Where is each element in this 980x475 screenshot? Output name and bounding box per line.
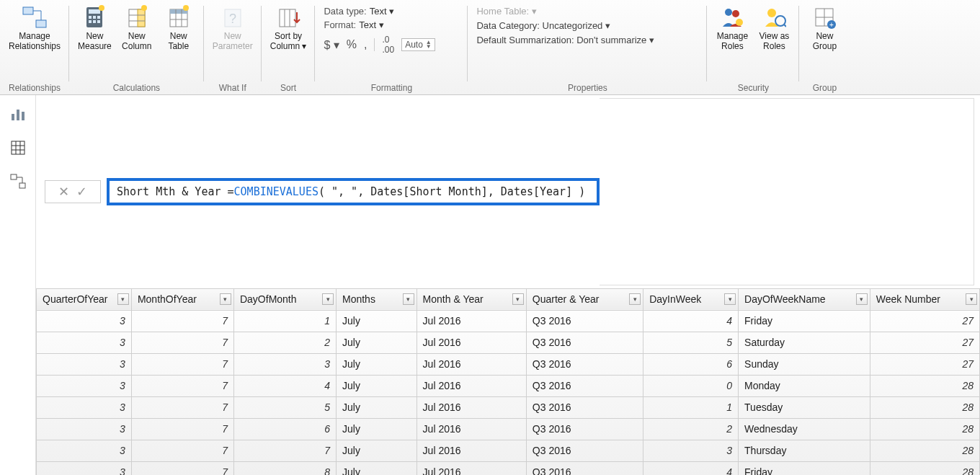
cell-qy[interactable]: Q3 2016	[526, 353, 643, 375]
cell-my[interactable]: Jul 2016	[416, 332, 526, 353]
cell-d[interactable]: 4	[233, 375, 336, 396]
cell-down[interactable]: Saturday	[739, 332, 870, 353]
table-row[interactable]: 377JulyJul 2016Q3 20163Thursday28	[37, 440, 980, 461]
cell-down[interactable]: Monday	[739, 375, 870, 396]
cell-m[interactable]: 7	[131, 440, 233, 461]
thousands-button[interactable]: ,	[364, 38, 367, 51]
table-row[interactable]: 373JulyJul 2016Q3 20166Sunday27	[37, 353, 980, 375]
cell-my[interactable]: Jul 2016	[416, 440, 526, 461]
table-row[interactable]: 374JulyJul 2016Q3 20160Monday28	[37, 375, 980, 396]
column-header-my[interactable]: Month & Year▾	[416, 288, 526, 310]
cell-wn[interactable]: 28	[870, 375, 979, 396]
cell-q[interactable]: 3	[37, 332, 132, 353]
cell-wn[interactable]: 28	[870, 440, 979, 461]
cell-q[interactable]: 3	[37, 353, 132, 375]
filter-dropdown-icon[interactable]: ▾	[724, 293, 736, 305]
cell-my[interactable]: Jul 2016	[416, 461, 526, 475]
cell-mon[interactable]: July	[337, 375, 417, 396]
cell-d[interactable]: 6	[233, 418, 336, 440]
cancel-formula-button[interactable]: ✕	[58, 184, 69, 200]
default-summarization-dropdown[interactable]: Default Summarization: Don't summarize ▾	[476, 35, 698, 45]
filter-dropdown-icon[interactable]: ▾	[117, 293, 129, 305]
cell-down[interactable]: Sunday	[739, 353, 870, 375]
format-dropdown[interactable]: Format: Text ▾	[324, 19, 459, 30]
model-view-button[interactable]	[9, 173, 27, 192]
sort-by-column-button[interactable]: Sort by Column ▾	[266, 3, 311, 53]
cell-m[interactable]: 7	[131, 396, 233, 418]
filter-dropdown-icon[interactable]: ▾	[856, 293, 868, 305]
new-group-button[interactable]: + New Group	[803, 3, 845, 53]
view-as-roles-button[interactable]: View as Roles	[753, 3, 795, 53]
manage-roles-button[interactable]: Manage Roles	[711, 3, 753, 53]
cell-m[interactable]: 7	[131, 353, 233, 375]
cell-q[interactable]: 3	[37, 396, 132, 418]
formula-bar-extent[interactable]	[600, 98, 974, 285]
cell-qy[interactable]: Q3 2016	[526, 440, 643, 461]
cell-qy[interactable]: Q3 2016	[526, 310, 643, 332]
cell-m[interactable]: 7	[131, 332, 233, 353]
cell-mon[interactable]: July	[337, 396, 417, 418]
cell-diw[interactable]: 6	[643, 353, 739, 375]
cell-wn[interactable]: 28	[870, 418, 979, 440]
cell-d[interactable]: 2	[233, 332, 336, 353]
cell-wn[interactable]: 27	[870, 310, 979, 332]
cell-d[interactable]: 3	[233, 353, 336, 375]
cell-down[interactable]: Friday	[739, 461, 870, 475]
cell-m[interactable]: 7	[131, 418, 233, 440]
cell-d[interactable]: 5	[233, 396, 336, 418]
cell-diw[interactable]: 4	[643, 310, 739, 332]
cell-down[interactable]: Friday	[739, 310, 870, 332]
cell-qy[interactable]: Q3 2016	[526, 332, 643, 353]
new-column-button[interactable]: New Column	[116, 3, 158, 53]
column-header-d[interactable]: DayOfMonth▾	[233, 288, 336, 310]
filter-dropdown-icon[interactable]: ▾	[629, 293, 641, 305]
cell-diw[interactable]: 3	[643, 440, 739, 461]
data-grid[interactable]: QuarterOfYear▾MonthOfYear▾DayOfMonth▾Mon…	[36, 288, 980, 476]
column-header-wn[interactable]: Week Number▾	[870, 288, 979, 310]
cell-mon[interactable]: July	[337, 440, 417, 461]
cell-my[interactable]: Jul 2016	[416, 396, 526, 418]
cell-q[interactable]: 3	[37, 418, 132, 440]
cell-wn[interactable]: 28	[870, 396, 979, 418]
cell-qy[interactable]: Q3 2016	[526, 375, 643, 396]
table-row[interactable]: 372JulyJul 2016Q3 20165Saturday27	[37, 332, 980, 353]
report-view-button[interactable]	[9, 105, 27, 125]
new-measure-button[interactable]: New Measure	[74, 3, 116, 53]
cell-q[interactable]: 3	[37, 461, 132, 475]
cell-mon[interactable]: July	[337, 310, 417, 332]
cell-diw[interactable]: 5	[643, 332, 739, 353]
cell-q[interactable]: 3	[37, 375, 132, 396]
cell-wn[interactable]: 27	[870, 353, 979, 375]
column-header-diw[interactable]: DayInWeek▾	[643, 288, 739, 310]
table-row[interactable]: 376JulyJul 2016Q3 20162Wednesday28	[37, 418, 980, 440]
cell-diw[interactable]: 0	[643, 375, 739, 396]
cell-mon[interactable]: July	[337, 353, 417, 375]
cell-qy[interactable]: Q3 2016	[526, 396, 643, 418]
currency-button[interactable]: $ ▾	[324, 38, 339, 52]
column-header-q[interactable]: QuarterOfYear▾	[37, 288, 132, 310]
cell-d[interactable]: 7	[233, 440, 336, 461]
cell-m[interactable]: 7	[131, 461, 233, 475]
cell-down[interactable]: Tuesday	[739, 396, 870, 418]
filter-dropdown-icon[interactable]: ▾	[512, 293, 524, 305]
manage-relationships-button[interactable]: Manage Relationships	[4, 3, 65, 53]
cell-my[interactable]: Jul 2016	[416, 310, 526, 332]
cell-wn[interactable]: 28	[870, 461, 979, 475]
data-category-dropdown[interactable]: Data Category: Uncategorized ▾	[476, 20, 698, 31]
filter-dropdown-icon[interactable]: ▾	[403, 293, 414, 305]
datatype-dropdown[interactable]: Data type: Text ▾	[324, 6, 459, 17]
column-header-down[interactable]: DayOfWeekName▾	[739, 288, 870, 310]
new-table-button[interactable]: New Table	[158, 3, 200, 53]
filter-dropdown-icon[interactable]: ▾	[220, 293, 231, 305]
home-table-dropdown[interactable]: Home Table: ▾	[476, 6, 698, 17]
cell-mon[interactable]: July	[337, 332, 417, 353]
cell-my[interactable]: Jul 2016	[416, 375, 526, 396]
cell-mon[interactable]: July	[337, 461, 417, 475]
cell-down[interactable]: Wednesday	[739, 418, 870, 440]
cell-d[interactable]: 8	[233, 461, 336, 475]
table-row[interactable]: 371JulyJul 2016Q3 20164Friday27	[37, 310, 980, 332]
cell-my[interactable]: Jul 2016	[416, 353, 526, 375]
cell-qy[interactable]: Q3 2016	[526, 461, 643, 475]
cell-qy[interactable]: Q3 2016	[526, 418, 643, 440]
decimals-auto-spinner[interactable]: Auto ▲▼	[401, 38, 435, 51]
